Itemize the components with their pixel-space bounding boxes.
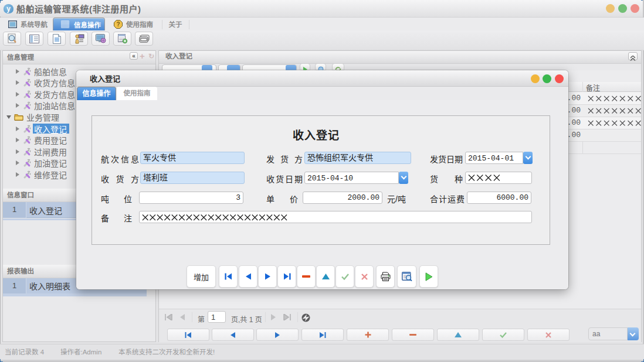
svg-text:?: ? (116, 21, 120, 28)
